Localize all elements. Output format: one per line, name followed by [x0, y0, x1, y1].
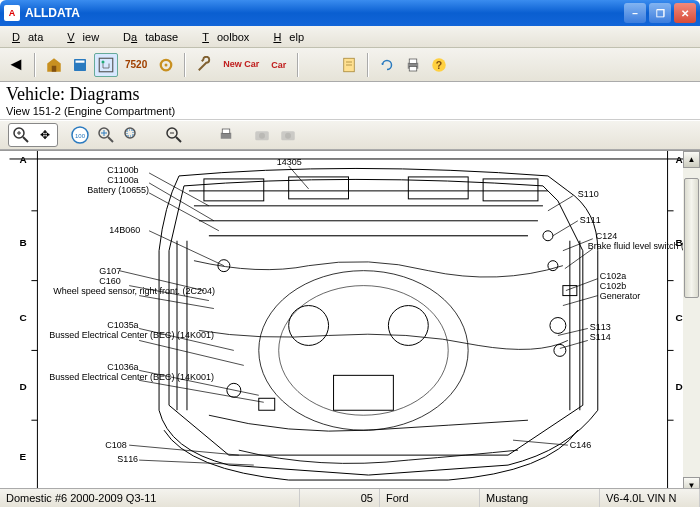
- window-title: ALLDATA: [25, 6, 624, 20]
- car-button[interactable]: Car: [266, 53, 291, 77]
- zoom-region-button[interactable]: [120, 123, 144, 147]
- svg-text:C1100b: C1100b: [107, 165, 138, 175]
- new-car-button[interactable]: New Car: [218, 53, 264, 77]
- svg-text:C1036a: C1036a: [107, 362, 138, 372]
- svg-text:B: B: [19, 237, 26, 248]
- app-icon: A: [4, 5, 20, 21]
- wrench-icon[interactable]: [192, 53, 216, 77]
- svg-text:14305: 14305: [277, 157, 302, 167]
- svg-line-16: [23, 137, 28, 142]
- svg-text:C102b: C102b: [600, 281, 626, 291]
- svg-text:D: D: [19, 381, 26, 392]
- svg-text:C1100a: C1100a: [107, 175, 138, 185]
- content-header: Vehicle: Diagrams View 151-2 (Engine Com…: [0, 82, 700, 120]
- zoom-group: ✥: [8, 123, 58, 147]
- zoom-in-button[interactable]: [9, 124, 33, 146]
- scroll-thumb[interactable]: [684, 178, 699, 298]
- svg-text:Generator: Generator: [600, 291, 640, 301]
- svg-point-4: [102, 60, 105, 63]
- svg-text:S114: S114: [590, 332, 611, 342]
- svg-rect-12: [410, 66, 418, 71]
- close-button[interactable]: ✕: [674, 3, 696, 23]
- specs-icon[interactable]: 7520: [120, 53, 152, 77]
- svg-text:S116: S116: [117, 454, 138, 464]
- back-button[interactable]: ◄: [4, 53, 28, 77]
- print-diagram-button[interactable]: [214, 123, 238, 147]
- svg-point-31: [259, 133, 265, 139]
- svg-rect-11: [410, 59, 418, 64]
- svg-text:S111: S111: [580, 215, 601, 225]
- diagram-viewport[interactable]: A B C D E A B C D: [0, 150, 700, 494]
- book-icon[interactable]: [68, 53, 92, 77]
- svg-text:C: C: [676, 312, 683, 323]
- status-year: 05: [300, 489, 380, 507]
- svg-text:C124: C124: [596, 231, 617, 241]
- scroll-up-button[interactable]: ▲: [683, 151, 700, 168]
- svg-line-26: [176, 137, 181, 142]
- home-icon[interactable]: [42, 53, 66, 77]
- svg-text:D: D: [676, 381, 683, 392]
- status-make: Ford: [380, 489, 480, 507]
- menu-view[interactable]: View: [59, 29, 115, 45]
- refresh-icon[interactable]: [375, 53, 399, 77]
- svg-rect-3: [99, 58, 113, 72]
- page-title: Vehicle: Diagrams: [6, 84, 694, 105]
- svg-text:14B060: 14B060: [109, 225, 140, 235]
- svg-text:Bussed Electrical Center (BEC): Bussed Electrical Center (BEC) (14K001): [49, 330, 214, 340]
- svg-point-6: [165, 63, 168, 66]
- scroll-track[interactable]: [683, 168, 700, 477]
- svg-rect-29: [222, 129, 230, 134]
- svg-text:C102a: C102a: [600, 271, 626, 281]
- print-icon[interactable]: [401, 53, 425, 77]
- minimize-button[interactable]: –: [624, 3, 646, 23]
- svg-text:A: A: [676, 154, 683, 165]
- svg-text:A: A: [19, 154, 26, 165]
- engine-diagram: A B C D E A B C D: [0, 151, 700, 494]
- svg-text:C108: C108: [105, 440, 126, 450]
- note-icon[interactable]: [337, 53, 361, 77]
- statusbar: Domestic #6 2000-2009 Q3-11 05 Ford Must…: [0, 488, 700, 507]
- status-database: Domestic #6 2000-2009 Q3-11: [0, 489, 300, 507]
- camera2-icon[interactable]: [276, 123, 300, 147]
- page-subtitle: View 151-2 (Engine Compartment): [6, 105, 694, 117]
- svg-line-22: [108, 137, 113, 142]
- maximize-button[interactable]: ❐: [649, 3, 671, 23]
- svg-text:S113: S113: [590, 322, 611, 332]
- zoom-out-button[interactable]: [162, 123, 186, 147]
- menu-database[interactable]: Database: [115, 29, 194, 45]
- svg-rect-0: [52, 65, 57, 71]
- svg-text:?: ?: [436, 58, 442, 70]
- status-model: Mustang: [480, 489, 600, 507]
- svg-rect-24: [127, 130, 133, 136]
- svg-text:C146: C146: [570, 440, 591, 450]
- svg-text:100: 100: [75, 133, 86, 139]
- main-toolbar: ◄ 7520 New Car Car ?: [0, 48, 700, 82]
- svg-text:Battery (10655): Battery (10655): [87, 185, 149, 195]
- diagram-toolbar: ✥ 100: [0, 120, 700, 150]
- toolbar-separator: [184, 53, 186, 77]
- help-icon[interactable]: ?: [427, 53, 451, 77]
- svg-text:Wheel speed sensor, right fron: Wheel speed sensor, right front. (2C204): [53, 286, 215, 296]
- toolbar-separator: [34, 53, 36, 77]
- menu-data[interactable]: Data: [4, 29, 59, 45]
- menu-help[interactable]: Help: [265, 29, 320, 45]
- menu-toolbox[interactable]: Toolbox: [194, 29, 265, 45]
- zoom-fit-button[interactable]: [94, 123, 118, 147]
- svg-text:C: C: [19, 312, 26, 323]
- svg-text:Bussed Electrical Center (BEC): Bussed Electrical Center (BEC) (14K001): [49, 372, 214, 382]
- svg-text:C160: C160: [99, 276, 120, 286]
- menubar: Data View Database Toolbox Help: [0, 26, 700, 48]
- parts-icon[interactable]: [154, 53, 178, 77]
- camera-icon[interactable]: [250, 123, 274, 147]
- svg-point-33: [285, 133, 291, 139]
- svg-rect-2: [76, 60, 85, 62]
- status-engine: V6-4.0L VIN N: [600, 489, 700, 507]
- svg-text:S110: S110: [578, 189, 599, 199]
- pan-button[interactable]: ✥: [33, 124, 57, 146]
- toolbar-separator: [297, 53, 299, 77]
- zoom-100-button[interactable]: 100: [68, 123, 92, 147]
- svg-text:G107: G107: [99, 266, 121, 276]
- diagram-icon[interactable]: [94, 53, 118, 77]
- vertical-scrollbar[interactable]: ▲ ▼: [683, 151, 700, 494]
- titlebar: A ALLDATA – ❐ ✕: [0, 0, 700, 26]
